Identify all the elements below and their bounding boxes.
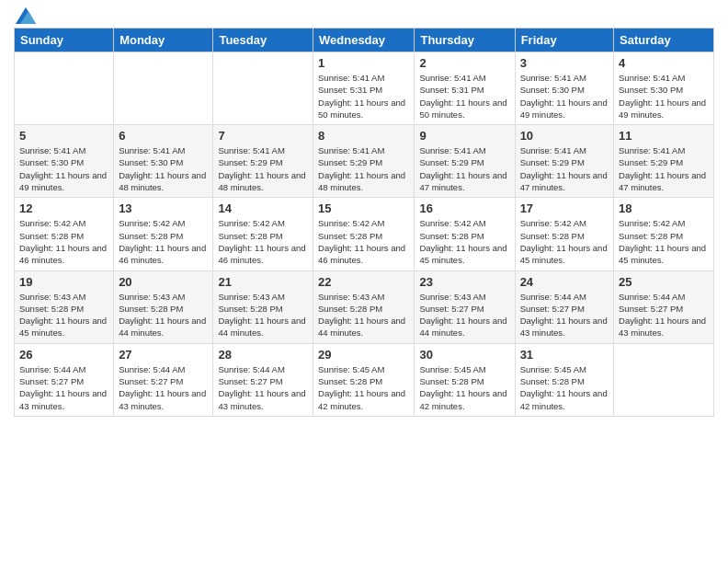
weekday-header-thursday: Thursday bbox=[415, 29, 515, 52]
calendar-week-row: 1Sunrise: 5:41 AMSunset: 5:31 PMDaylight… bbox=[15, 52, 714, 125]
day-info: Sunrise: 5:44 AMSunset: 5:27 PMDaylight:… bbox=[619, 291, 709, 339]
calendar-cell: 11Sunrise: 5:41 AMSunset: 5:29 PMDayligh… bbox=[614, 125, 714, 198]
calendar-cell: 25Sunrise: 5:44 AMSunset: 5:27 PMDayligh… bbox=[614, 270, 714, 343]
day-info: Sunrise: 5:43 AMSunset: 5:28 PMDaylight:… bbox=[218, 291, 308, 339]
calendar-cell: 12Sunrise: 5:42 AMSunset: 5:28 PMDayligh… bbox=[15, 198, 114, 270]
calendar-cell bbox=[614, 343, 714, 416]
calendar-cell: 30Sunrise: 5:45 AMSunset: 5:28 PMDayligh… bbox=[415, 343, 515, 416]
calendar-cell: 26Sunrise: 5:44 AMSunset: 5:27 PMDayligh… bbox=[15, 343, 114, 416]
day-number: 18 bbox=[619, 201, 709, 215]
day-info: Sunrise: 5:43 AMSunset: 5:27 PMDaylight:… bbox=[419, 291, 509, 339]
calendar-cell bbox=[114, 52, 213, 125]
day-number: 31 bbox=[520, 348, 609, 362]
calendar-cell: 8Sunrise: 5:41 AMSunset: 5:29 PMDaylight… bbox=[313, 125, 415, 198]
calendar-table: SundayMondayTuesdayWednesdayThursdayFrid… bbox=[14, 28, 714, 417]
day-number: 12 bbox=[19, 201, 108, 215]
day-number: 21 bbox=[218, 275, 308, 289]
day-info: Sunrise: 5:42 AMSunset: 5:28 PMDaylight:… bbox=[318, 217, 409, 266]
calendar-cell: 7Sunrise: 5:41 AMSunset: 5:29 PMDaylight… bbox=[213, 125, 313, 198]
day-info: Sunrise: 5:41 AMSunset: 5:29 PMDaylight:… bbox=[520, 144, 609, 193]
day-number: 17 bbox=[520, 201, 609, 215]
day-info: Sunrise: 5:41 AMSunset: 5:30 PMDaylight:… bbox=[619, 72, 709, 121]
day-number: 28 bbox=[218, 348, 308, 362]
day-number: 30 bbox=[419, 348, 509, 362]
day-number: 8 bbox=[318, 129, 409, 143]
day-info: Sunrise: 5:43 AMSunset: 5:28 PMDaylight:… bbox=[119, 291, 208, 339]
day-info: Sunrise: 5:41 AMSunset: 5:29 PMDaylight:… bbox=[619, 144, 709, 193]
day-info: Sunrise: 5:44 AMSunset: 5:27 PMDaylight:… bbox=[119, 363, 208, 412]
day-info: Sunrise: 5:44 AMSunset: 5:27 PMDaylight:… bbox=[520, 291, 609, 339]
day-number: 23 bbox=[419, 275, 509, 289]
weekday-header-friday: Friday bbox=[515, 29, 613, 52]
day-info: Sunrise: 5:42 AMSunset: 5:28 PMDaylight:… bbox=[520, 217, 609, 266]
calendar-cell: 22Sunrise: 5:43 AMSunset: 5:28 PMDayligh… bbox=[313, 270, 415, 343]
calendar-page: SundayMondayTuesdayWednesdayThursdayFrid… bbox=[0, 0, 728, 563]
calendar-cell: 2Sunrise: 5:41 AMSunset: 5:31 PMDaylight… bbox=[415, 52, 515, 125]
day-number: 9 bbox=[419, 129, 509, 143]
day-number: 20 bbox=[119, 275, 208, 289]
day-number: 13 bbox=[119, 201, 208, 215]
day-number: 7 bbox=[218, 129, 308, 143]
day-number: 15 bbox=[318, 201, 409, 215]
calendar-cell: 15Sunrise: 5:42 AMSunset: 5:28 PMDayligh… bbox=[313, 198, 415, 270]
calendar-cell: 27Sunrise: 5:44 AMSunset: 5:27 PMDayligh… bbox=[114, 343, 213, 416]
calendar-header-row: SundayMondayTuesdayWednesdayThursdayFrid… bbox=[15, 29, 714, 52]
calendar-cell: 17Sunrise: 5:42 AMSunset: 5:28 PMDayligh… bbox=[515, 198, 613, 270]
calendar-cell: 18Sunrise: 5:42 AMSunset: 5:28 PMDayligh… bbox=[614, 198, 714, 270]
weekday-header-tuesday: Tuesday bbox=[213, 29, 313, 52]
day-number: 25 bbox=[619, 275, 709, 289]
day-number: 2 bbox=[419, 56, 509, 70]
day-number: 16 bbox=[419, 201, 509, 215]
page-header bbox=[14, 9, 714, 20]
calendar-cell: 29Sunrise: 5:45 AMSunset: 5:28 PMDayligh… bbox=[313, 343, 415, 416]
day-info: Sunrise: 5:41 AMSunset: 5:30 PMDaylight:… bbox=[119, 144, 208, 193]
calendar-cell: 19Sunrise: 5:43 AMSunset: 5:28 PMDayligh… bbox=[15, 270, 114, 343]
day-info: Sunrise: 5:41 AMSunset: 5:31 PMDaylight:… bbox=[318, 72, 409, 121]
calendar-week-row: 19Sunrise: 5:43 AMSunset: 5:28 PMDayligh… bbox=[15, 270, 714, 343]
day-info: Sunrise: 5:44 AMSunset: 5:27 PMDaylight:… bbox=[19, 363, 108, 412]
day-number: 27 bbox=[119, 348, 208, 362]
calendar-cell: 21Sunrise: 5:43 AMSunset: 5:28 PMDayligh… bbox=[213, 270, 313, 343]
day-number: 11 bbox=[619, 129, 709, 143]
calendar-cell: 4Sunrise: 5:41 AMSunset: 5:30 PMDaylight… bbox=[614, 52, 714, 125]
day-info: Sunrise: 5:42 AMSunset: 5:28 PMDaylight:… bbox=[19, 217, 108, 266]
day-info: Sunrise: 5:41 AMSunset: 5:30 PMDaylight:… bbox=[520, 72, 609, 121]
calendar-week-row: 12Sunrise: 5:42 AMSunset: 5:28 PMDayligh… bbox=[15, 198, 714, 270]
calendar-cell: 23Sunrise: 5:43 AMSunset: 5:27 PMDayligh… bbox=[415, 270, 515, 343]
calendar-cell bbox=[15, 52, 114, 125]
logo bbox=[14, 9, 36, 20]
calendar-cell bbox=[213, 52, 313, 125]
calendar-cell: 9Sunrise: 5:41 AMSunset: 5:29 PMDaylight… bbox=[415, 125, 515, 198]
day-number: 19 bbox=[19, 275, 108, 289]
weekday-header-monday: Monday bbox=[114, 29, 213, 52]
calendar-cell: 13Sunrise: 5:42 AMSunset: 5:28 PMDayligh… bbox=[114, 198, 213, 270]
calendar-cell: 5Sunrise: 5:41 AMSunset: 5:30 PMDaylight… bbox=[15, 125, 114, 198]
calendar-cell: 1Sunrise: 5:41 AMSunset: 5:31 PMDaylight… bbox=[313, 52, 415, 125]
calendar-week-row: 26Sunrise: 5:44 AMSunset: 5:27 PMDayligh… bbox=[15, 343, 714, 416]
day-info: Sunrise: 5:43 AMSunset: 5:28 PMDaylight:… bbox=[318, 291, 409, 339]
day-number: 29 bbox=[318, 348, 409, 362]
day-info: Sunrise: 5:42 AMSunset: 5:28 PMDaylight:… bbox=[218, 217, 308, 266]
day-info: Sunrise: 5:42 AMSunset: 5:28 PMDaylight:… bbox=[119, 217, 208, 266]
day-info: Sunrise: 5:42 AMSunset: 5:28 PMDaylight:… bbox=[619, 217, 709, 266]
calendar-cell: 28Sunrise: 5:44 AMSunset: 5:27 PMDayligh… bbox=[213, 343, 313, 416]
day-info: Sunrise: 5:41 AMSunset: 5:29 PMDaylight:… bbox=[218, 144, 308, 193]
weekday-header-wednesday: Wednesday bbox=[313, 29, 415, 52]
day-info: Sunrise: 5:45 AMSunset: 5:28 PMDaylight:… bbox=[520, 363, 609, 412]
day-info: Sunrise: 5:41 AMSunset: 5:30 PMDaylight:… bbox=[19, 144, 108, 193]
day-number: 10 bbox=[520, 129, 609, 143]
weekday-header-saturday: Saturday bbox=[614, 29, 714, 52]
logo-icon bbox=[16, 7, 36, 24]
day-number: 5 bbox=[19, 129, 108, 143]
calendar-cell: 14Sunrise: 5:42 AMSunset: 5:28 PMDayligh… bbox=[213, 198, 313, 270]
day-info: Sunrise: 5:45 AMSunset: 5:28 PMDaylight:… bbox=[419, 363, 509, 412]
day-number: 3 bbox=[520, 56, 609, 70]
day-info: Sunrise: 5:43 AMSunset: 5:28 PMDaylight:… bbox=[19, 291, 108, 339]
day-info: Sunrise: 5:41 AMSunset: 5:29 PMDaylight:… bbox=[419, 144, 509, 193]
calendar-cell: 31Sunrise: 5:45 AMSunset: 5:28 PMDayligh… bbox=[515, 343, 613, 416]
calendar-cell: 24Sunrise: 5:44 AMSunset: 5:27 PMDayligh… bbox=[515, 270, 613, 343]
day-number: 14 bbox=[218, 201, 308, 215]
day-number: 6 bbox=[119, 129, 208, 143]
day-number: 22 bbox=[318, 275, 409, 289]
day-info: Sunrise: 5:44 AMSunset: 5:27 PMDaylight:… bbox=[218, 363, 308, 412]
